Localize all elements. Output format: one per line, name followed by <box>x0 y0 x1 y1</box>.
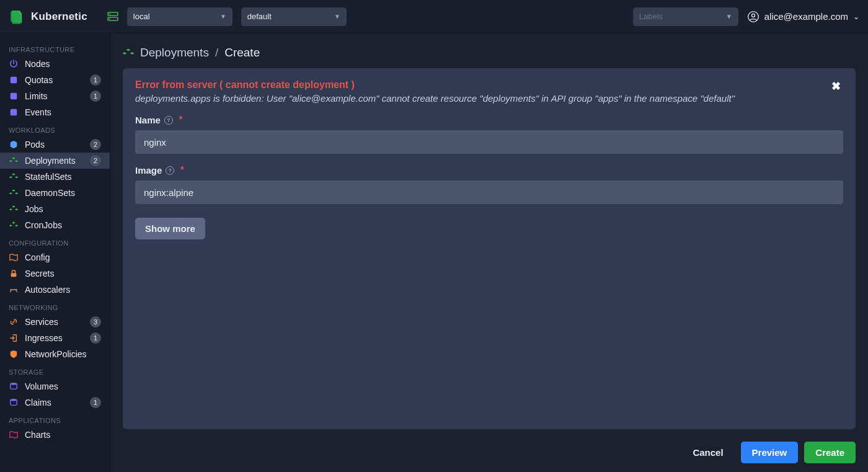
lock-icon <box>9 269 19 278</box>
error-message: deployments.apps is forbidden: User "ali… <box>135 93 829 104</box>
map-icon <box>9 253 19 262</box>
form-panel: Error from server ( cannot create deploy… <box>123 68 856 429</box>
count-badge: 1 <box>90 91 101 102</box>
sidebar-item-label: Pods <box>25 140 84 149</box>
sidebar-item-label: Quotas <box>25 75 84 85</box>
error-banner: Error from server ( cannot create deploy… <box>135 79 843 104</box>
sidebar-item-secrets[interactable]: Secrets <box>0 265 110 282</box>
sidebar-item-label: StatefulSets <box>25 172 101 182</box>
svg-point-11 <box>11 399 17 401</box>
context-value: local <box>133 12 150 21</box>
sidebar-item-cronjobs[interactable]: CronJobs <box>0 217 110 233</box>
breadcrumb-page: Create <box>224 46 260 60</box>
power-icon <box>9 60 19 68</box>
sidebar-item-jobs[interactable]: Jobs <box>0 201 110 217</box>
svg-point-10 <box>11 383 17 385</box>
sidebar-section-label: WORKLOADS <box>0 120 110 136</box>
create-button[interactable]: Create <box>804 442 856 463</box>
help-icon[interactable]: ? <box>164 116 173 125</box>
count-badge: 1 <box>90 332 101 344</box>
sidebar-item-label: NetworkPolicies <box>25 349 101 359</box>
breadcrumb-separator: / <box>215 46 218 60</box>
name-field: Name ? * <box>135 115 843 154</box>
login-icon <box>9 334 19 342</box>
sidebar-item-label: Jobs <box>25 204 101 214</box>
breadcrumb: Deployments / Create <box>123 46 856 60</box>
sidebar-item-ingresses[interactable]: Ingresses1 <box>0 330 110 346</box>
sidebar-item-label: Volumes <box>25 381 101 391</box>
count-badge: 2 <box>90 139 101 150</box>
quota-icon <box>9 92 19 100</box>
sidebar-item-services[interactable]: Services3 <box>0 314 110 330</box>
db-icon <box>9 398 19 407</box>
server-icon[interactable] <box>107 12 118 22</box>
user-email: alice@example.com <box>764 11 848 22</box>
cubes-icon <box>9 156 19 165</box>
cubes-icon <box>9 189 19 197</box>
sidebar-item-statefulsets[interactable]: StatefulSets <box>0 169 110 185</box>
sidebar-item-config[interactable]: Config <box>0 249 110 265</box>
sidebar-item-label: Ingresses <box>25 333 84 343</box>
count-badge: 3 <box>90 316 101 327</box>
sidebar-item-events[interactable]: Events <box>0 104 110 120</box>
user-menu[interactable]: alice@example.com ⌄ <box>747 11 859 23</box>
chevron-down-icon: ⌄ <box>853 12 859 21</box>
sidebar-item-label: Nodes <box>25 59 101 69</box>
shield-icon <box>9 350 19 358</box>
namespace-dropdown[interactable]: default ▼ <box>241 7 347 26</box>
sidebar-item-volumes[interactable]: Volumes <box>0 378 110 394</box>
sidebar-item-quotas[interactable]: Quotas1 <box>0 72 110 88</box>
name-input[interactable] <box>135 130 843 154</box>
sidebar-section-label: NETWORKING <box>0 298 110 314</box>
sidebar-section-label: STORAGE <box>0 362 110 378</box>
sidebar-item-autoscalers[interactable]: Autoscalers <box>0 282 110 298</box>
sidebar-item-charts[interactable]: Charts <box>0 427 110 443</box>
svg-point-2 <box>109 13 110 14</box>
show-more-button[interactable]: Show more <box>135 218 205 239</box>
sidebar-item-networkpolicies[interactable]: NetworkPolicies <box>0 346 110 362</box>
image-input[interactable] <box>135 180 843 204</box>
cancel-button[interactable]: Cancel <box>681 442 734 463</box>
breadcrumb-resource[interactable]: Deployments <box>140 46 209 60</box>
required-marker: * <box>180 165 184 174</box>
labels-dropdown[interactable]: Labels ▼ <box>633 7 738 26</box>
count-badge: 1 <box>90 74 101 86</box>
quota-icon <box>9 76 19 84</box>
caret-down-icon: ▼ <box>334 13 340 20</box>
sidebar-item-label: Claims <box>25 398 84 407</box>
sidebar-item-label: Secrets <box>25 269 101 278</box>
sidebar-item-label: Autoscalers <box>25 285 101 295</box>
sidebar-item-label: DaemonSets <box>25 188 101 198</box>
brand-name: Kubernetic <box>31 11 87 23</box>
sidebar-item-label: Charts <box>25 430 101 440</box>
close-icon[interactable]: ✖ <box>829 79 843 93</box>
cubes-icon <box>123 48 134 58</box>
context-dropdown[interactable]: local ▼ <box>127 7 232 26</box>
svg-rect-9 <box>11 273 17 277</box>
cubes-icon <box>9 205 19 213</box>
cubes-icon <box>9 221 19 229</box>
brand: Kubernetic <box>9 9 87 25</box>
user-circle-icon <box>747 11 760 23</box>
sidebar-section-label: APPLICATIONS <box>0 411 110 427</box>
sidebar-item-pods[interactable]: Pods2 <box>0 136 110 153</box>
sidebar-section-label: INFRASTRUCTURE <box>0 40 110 56</box>
svg-point-3 <box>109 18 110 19</box>
sidebar-item-limits[interactable]: Limits1 <box>0 88 110 104</box>
sidebar-item-claims[interactable]: Claims1 <box>0 394 110 411</box>
cubes-icon <box>9 172 19 181</box>
preview-button[interactable]: Preview <box>741 442 799 463</box>
footer-actions: Cancel Preview Create <box>123 438 856 463</box>
main: Deployments / Create Error from server (… <box>110 33 868 472</box>
sidebar-item-nodes[interactable]: Nodes <box>0 56 110 72</box>
help-icon[interactable]: ? <box>166 166 174 175</box>
count-badge: 2 <box>90 155 101 166</box>
labels-placeholder: Labels <box>639 12 663 21</box>
sidebar-item-deployments[interactable]: Deployments2 <box>0 153 110 169</box>
sidebar-item-label: Services <box>25 317 84 327</box>
name-label: Name <box>135 115 161 125</box>
error-title: Error from server ( cannot create deploy… <box>135 79 829 91</box>
caret-down-icon: ▼ <box>220 13 226 20</box>
sidebar-item-label: Events <box>25 107 101 117</box>
sidebar-item-daemonsets[interactable]: DaemonSets <box>0 185 110 201</box>
